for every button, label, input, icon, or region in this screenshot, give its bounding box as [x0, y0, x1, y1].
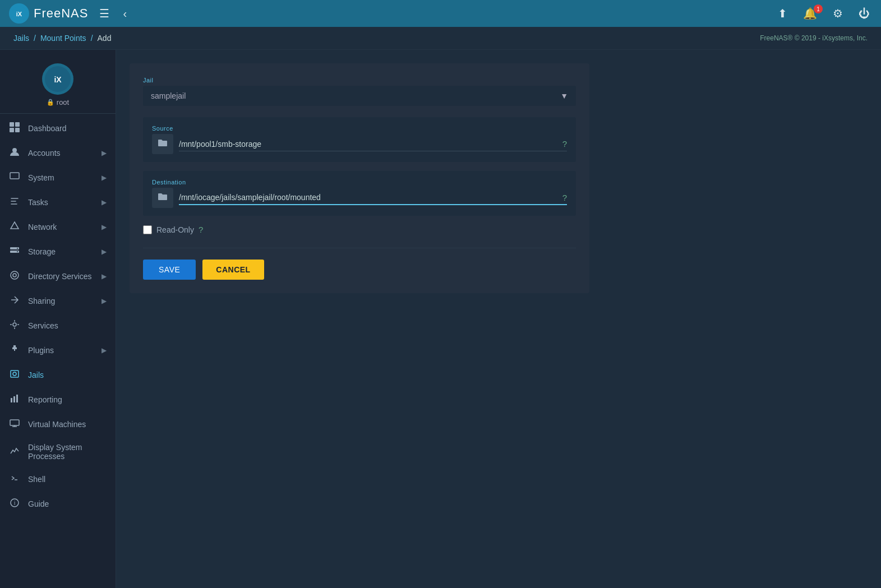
- readonly-help-icon[interactable]: ?: [199, 225, 203, 234]
- chevron-down-icon: ▼: [560, 91, 568, 100]
- svg-marker-10: [11, 222, 19, 229]
- cancel-button[interactable]: CANCEL: [202, 260, 264, 280]
- sidebar: iX 🔒 root Dashboard Accounts ▶: [0, 50, 116, 588]
- sidebar-label-display-system-processes: Display System Processes: [28, 443, 107, 461]
- svg-rect-7: [15, 128, 20, 132]
- sidebar-label-network: Network: [28, 223, 94, 232]
- save-button[interactable]: SAVE: [143, 260, 196, 280]
- source-folder-button[interactable]: [152, 134, 173, 154]
- back-icon[interactable]: ‹: [121, 5, 129, 22]
- user-label: 🔒 root: [47, 98, 69, 107]
- settings-icon[interactable]: ⚙: [831, 4, 845, 22]
- dashboard-icon: [9, 122, 20, 135]
- destination-folder-button[interactable]: [152, 188, 173, 208]
- svg-text:iX: iX: [16, 11, 22, 17]
- content-area: Jail samplejail ▼ Source ?: [116, 50, 881, 588]
- virtual-machines-icon: [9, 418, 20, 430]
- jails-icon: [9, 369, 20, 381]
- sidebar-label-services: Services: [28, 321, 107, 330]
- destination-help-icon[interactable]: ?: [562, 193, 567, 202]
- notification-wrapper[interactable]: 🔔 1: [801, 7, 819, 20]
- services-icon: [9, 320, 20, 332]
- source-field-inner: ?: [152, 134, 567, 154]
- sidebar-item-display-system-processes[interactable]: Display System Processes: [0, 437, 116, 467]
- sidebar-item-reporting[interactable]: Reporting: [0, 387, 116, 412]
- accounts-arrow-icon: ▶: [102, 149, 107, 157]
- sidebar-item-tasks[interactable]: Tasks ▶: [0, 190, 116, 215]
- sidebar-item-accounts[interactable]: Accounts ▶: [0, 141, 116, 165]
- avatar: iX: [42, 63, 73, 95]
- svg-rect-20: [11, 398, 12, 402]
- sidebar-item-jails[interactable]: Jails: [0, 363, 116, 387]
- directory-services-arrow-icon: ▶: [102, 272, 107, 280]
- sidebar-item-directory-services[interactable]: Directory Services ▶: [0, 264, 116, 289]
- readonly-label[interactable]: Read-Only: [156, 225, 194, 234]
- svg-rect-9: [10, 173, 19, 179]
- destination-input-wrapper: ?: [179, 191, 567, 205]
- jail-select[interactable]: samplejail: [151, 91, 560, 100]
- sharing-arrow-icon: ▶: [102, 297, 107, 305]
- sidebar-item-plugins[interactable]: Plugins ▶: [0, 338, 116, 363]
- breadcrumb-sep-2: /: [91, 34, 93, 43]
- sidebar-user: iX 🔒 root: [0, 54, 116, 114]
- breadcrumb: Jails / Mount Points / Add: [13, 34, 111, 43]
- sidebar-label-shell: Shell: [28, 475, 107, 484]
- sidebar-item-guide[interactable]: i Guide: [0, 492, 116, 516]
- sidebar-item-services[interactable]: Services: [0, 313, 116, 338]
- system-arrow-icon: ▶: [102, 174, 107, 182]
- sidebar-label-directory-services: Directory Services: [28, 272, 94, 281]
- sidebar-item-network[interactable]: Network ▶: [0, 215, 116, 239]
- sidebar-label-plugins: Plugins: [28, 346, 94, 355]
- sidebar-item-sharing[interactable]: Sharing ▶: [0, 289, 116, 313]
- accounts-icon: [9, 147, 20, 159]
- top-header: iX FreeNAS ☰ ‹ ⬆ 🔔 1 ⚙ ⏻: [0, 0, 881, 27]
- svg-point-16: [13, 274, 16, 277]
- svg-point-8: [12, 148, 17, 152]
- button-row: SAVE CANCEL: [143, 260, 576, 280]
- svg-text:i: i: [14, 500, 15, 506]
- notification-badge: 1: [814, 4, 823, 13]
- svg-rect-4: [10, 122, 14, 127]
- svg-point-17: [13, 323, 16, 326]
- source-field-label: Source: [152, 125, 567, 132]
- breadcrumb-add: Add: [98, 34, 112, 43]
- destination-field-inner: ?: [152, 188, 567, 208]
- header-left: iX FreeNAS ☰ ‹: [9, 3, 129, 24]
- breadcrumb-mount-points[interactable]: Mount Points: [40, 34, 86, 43]
- network-arrow-icon: ▶: [102, 223, 107, 231]
- sidebar-item-virtual-machines[interactable]: Virtual Machines: [0, 412, 116, 437]
- breadcrumb-jails[interactable]: Jails: [13, 34, 29, 43]
- sidebar-label-reporting: Reporting: [28, 395, 107, 404]
- sidebar-item-system[interactable]: System ▶: [0, 165, 116, 190]
- svg-rect-6: [10, 128, 14, 132]
- svg-point-15: [11, 271, 19, 279]
- svg-text:iX: iX: [54, 75, 62, 84]
- sidebar-label-guide: Guide: [28, 499, 107, 508]
- logo-icon: iX: [9, 3, 29, 24]
- source-input-wrapper: ?: [179, 137, 567, 151]
- svg-rect-22: [16, 395, 18, 402]
- destination-input[interactable]: [179, 191, 558, 204]
- svg-point-14: [17, 251, 18, 252]
- network-icon: [9, 221, 20, 233]
- destination-field-group: Destination ?: [143, 171, 576, 216]
- source-input[interactable]: [179, 137, 558, 151]
- form-card: Jail samplejail ▼ Source ?: [130, 63, 589, 293]
- svg-rect-23: [10, 420, 19, 425]
- upload-icon[interactable]: ⬆: [776, 4, 790, 22]
- sidebar-item-dashboard[interactable]: Dashboard: [0, 116, 116, 141]
- source-help-icon[interactable]: ?: [562, 139, 567, 149]
- sidebar-item-shell[interactable]: Shell: [0, 467, 116, 492]
- power-icon[interactable]: ⏻: [856, 5, 872, 22]
- breadcrumb-sep-1: /: [34, 34, 36, 43]
- sidebar-label-tasks: Tasks: [28, 198, 94, 207]
- plugins-arrow-icon: ▶: [102, 346, 107, 354]
- sidebar-item-storage[interactable]: Storage ▶: [0, 239, 116, 264]
- jail-select-wrapper[interactable]: samplejail ▼: [143, 86, 576, 106]
- header-right: ⬆ 🔔 1 ⚙ ⏻: [776, 4, 872, 22]
- tasks-icon: [9, 196, 20, 209]
- readonly-checkbox[interactable]: [143, 225, 152, 234]
- reporting-icon: [9, 393, 20, 406]
- hamburger-icon[interactable]: ☰: [97, 4, 112, 22]
- display-system-processes-icon: [9, 446, 20, 458]
